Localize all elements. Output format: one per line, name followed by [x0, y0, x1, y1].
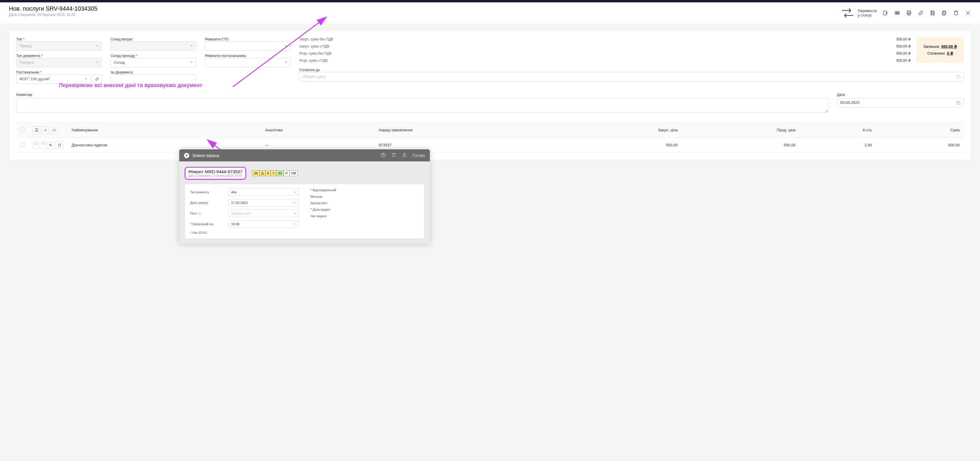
pay-until-input[interactable]: Оберіть дату	[299, 72, 964, 81]
table-row: ˄ ˅ ✎ Діагностика підвіски — 973537 500,…	[16, 137, 964, 153]
type-label: Тип	[16, 37, 102, 41]
export-icon[interactable]	[882, 10, 889, 16]
doc-type-label: Тип документа	[16, 54, 102, 58]
date-input[interactable]: 03.03.2023	[837, 98, 964, 107]
svg-rect-12	[932, 13, 934, 15]
type-select[interactable]: Прихід	[16, 41, 102, 51]
annotate-icon[interactable]	[380, 152, 386, 158]
save-icon[interactable]	[929, 10, 936, 16]
date-label: Дата	[837, 93, 964, 97]
svg-rect-10	[908, 14, 910, 15]
th-name: Найменування	[67, 123, 261, 137]
supplier-label: Постачальник	[16, 70, 102, 74]
overlay-delete-icon[interactable]	[391, 152, 396, 158]
th-analytics: Аналітика	[261, 123, 375, 137]
income-stock-select[interactable]: Склад	[111, 58, 196, 67]
edit-row-button[interactable]: ✎	[47, 141, 54, 149]
select-all-checkbox[interactable]	[20, 128, 24, 132]
th-qty: К-сть	[800, 123, 876, 137]
main-card: Тип Прихід Тип документа Послуги Постача…	[9, 30, 971, 160]
row-checkbox[interactable]	[20, 142, 24, 147]
page-title: Нов. послуги SRV-9444-1034305	[9, 5, 97, 12]
items-table: ☰ + Найменування Аналітика Наряд-замовле…	[16, 123, 964, 153]
move-down-button[interactable]: ˅	[40, 141, 46, 149]
annotation-text: Перевіряємо всі внесені дані та враховує…	[59, 82, 202, 89]
page-header: Нов. послуги SRV-9444-1034305 Дата Створ…	[0, 2, 980, 24]
link-icon[interactable]	[918, 10, 924, 16]
copy-icon[interactable]	[941, 10, 948, 16]
th-order: Наряд-замовлення	[375, 123, 560, 137]
change-status-button[interactable]: Перевести у статус	[840, 5, 877, 21]
supplier-req-select[interactable]	[205, 58, 290, 67]
pay-until-label: Сплатити до	[299, 68, 964, 72]
barcode-row-icon	[51, 126, 58, 134]
svg-rect-11	[932, 11, 934, 12]
comment-textarea[interactable]	[16, 98, 828, 113]
expense-stock-label: Склад витрат	[111, 37, 196, 41]
add-row-button[interactable]: +	[41, 126, 49, 134]
income-stock-label: Склад приходу	[111, 54, 196, 58]
doc-type-select[interactable]: Послуги	[16, 58, 102, 67]
done-button[interactable]: Готово	[412, 153, 425, 158]
svg-rect-17	[957, 75, 960, 78]
th-sale: Прод. ціна	[682, 123, 800, 137]
delete-row-button[interactable]	[56, 141, 64, 149]
screenshot-overlay: ✕ Знімок екрана Готово Ремонт MRD-9444-9…	[179, 149, 430, 166]
print-icon[interactable]	[906, 10, 912, 16]
supplier-req-label: Реквізити постачальника	[205, 54, 290, 58]
close-icon[interactable]	[965, 10, 971, 16]
svg-rect-22	[957, 102, 960, 104]
th-purchase: Закуп. ціна	[560, 123, 682, 137]
balance-box: Залишок 500,00 ₴ Сплачено 0 ₴	[916, 37, 964, 62]
svg-rect-14	[942, 12, 945, 15]
overlay-title-label: Знімок екрана	[192, 153, 220, 158]
sto-label: Реквізити СТО	[205, 37, 290, 41]
delete-icon[interactable]	[953, 10, 959, 16]
svg-rect-13	[943, 11, 946, 14]
barcode-icon[interactable]	[894, 10, 900, 16]
share-icon[interactable]	[402, 152, 407, 158]
menu-icon[interactable]: ☰	[33, 126, 40, 134]
docnum-label: № Документу	[111, 70, 196, 74]
expense-stock-select[interactable]	[111, 41, 196, 51]
th-sum: Сума	[876, 123, 964, 137]
move-up-button[interactable]: ˄	[33, 141, 39, 149]
comment-label: Коментар	[16, 93, 828, 97]
sto-select[interactable]	[205, 41, 290, 51]
overlay-close-icon[interactable]: ✕	[184, 153, 189, 158]
page-date: Дата Створення: 03 березня 2023, 10:29	[9, 13, 97, 17]
summary-rows: Закуп. сума без ПДВ500,00 ₴ Закуп. сума …	[299, 37, 911, 62]
